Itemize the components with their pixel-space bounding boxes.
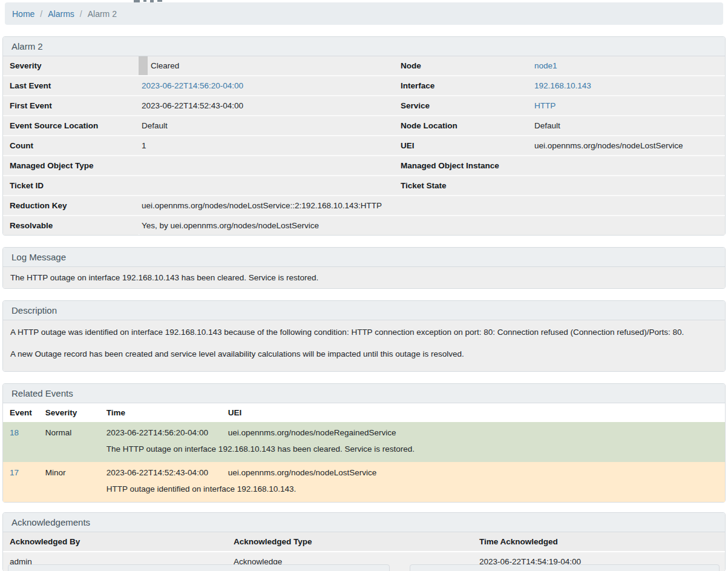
last-event-link[interactable]: 2023-06-22T14:56:20-04:00 xyxy=(142,81,243,90)
node-link[interactable]: node1 xyxy=(534,61,557,70)
acknowledgements-panel: Acknowledgements Acknowledged By Acknowl… xyxy=(2,512,726,571)
bottom-left-panel-header xyxy=(8,564,390,571)
ticket-id-value xyxy=(139,176,393,196)
table-row: Ticket ID Ticket State xyxy=(3,176,725,196)
event-severity: Normal xyxy=(39,422,100,441)
table-row: Resolvable Yes, by uei.opennms.org/nodes… xyxy=(3,216,725,235)
event-uei: uei.opennms.org/nodes/nodeRegainedServic… xyxy=(221,422,725,441)
event-source-location-value: Default xyxy=(139,116,393,136)
column-header: Event xyxy=(3,403,39,422)
acknowledgements-title: Acknowledgements xyxy=(3,513,725,532)
severity-value: Cleared xyxy=(148,56,393,76)
table-header-row: Acknowledged By Acknowledged Type Time A… xyxy=(3,532,725,552)
field-label: Reduction Key xyxy=(3,196,139,216)
event-row: 17 Minor 2023-06-22T14:52:43-04:00 uei.o… xyxy=(3,462,725,481)
log-message-panel: Log Message The HTTP outage on interface… xyxy=(2,247,726,289)
table-row: Managed Object Type Managed Object Insta… xyxy=(3,156,725,176)
breadcrumb-alarms-link[interactable]: Alarms xyxy=(48,9,74,19)
log-message-title: Log Message xyxy=(3,248,725,267)
count-value: 1 xyxy=(139,136,393,156)
breadcrumb: Home / Alarms / Alarm 2 xyxy=(5,2,723,25)
table-row: Severity Cleared Node node1 xyxy=(3,56,725,76)
node-location-value: Default xyxy=(531,116,725,136)
column-header: Time xyxy=(100,403,221,422)
first-event-value: 2023-06-22T14:52:43-04:00 xyxy=(139,96,393,116)
description-panel: Description A HTTP outage was identified… xyxy=(2,300,726,372)
breadcrumb-separator: / xyxy=(40,9,42,19)
field-label: Ticket ID xyxy=(3,176,139,196)
column-header: Acknowledged By xyxy=(3,532,227,552)
reduction-key-value: uei.opennms.org/nodes/nodeLostService::2… xyxy=(139,196,725,216)
column-header: Severity xyxy=(39,403,100,422)
ticket-state-value xyxy=(531,176,725,196)
table-row: Count 1 UEI uei.opennms.org/nodes/nodeLo… xyxy=(3,136,725,156)
managed-object-instance-value xyxy=(531,156,725,176)
log-message-text: The HTTP outage on interface 192.168.10.… xyxy=(3,267,725,288)
resolvable-value: Yes, by uei.opennms.org/nodes/nodeLostSe… xyxy=(139,216,725,235)
event-id-link[interactable]: 17 xyxy=(10,468,19,477)
interface-link[interactable]: 192.168.10.143 xyxy=(534,81,591,90)
alarm-panel-title: Alarm 2 xyxy=(3,37,725,56)
managed-object-type-value xyxy=(139,156,393,176)
field-label: First Event xyxy=(3,96,139,116)
field-label: Service xyxy=(393,96,531,116)
column-header: Time Acknowledged xyxy=(473,532,725,552)
breadcrumb-home-link[interactable]: Home xyxy=(12,9,34,19)
event-message-row: HTTP outage identified on interface 192.… xyxy=(3,481,725,502)
breadcrumb-current: Alarm 2 xyxy=(88,9,117,19)
event-message-row: The HTTP outage on interface 192.168.10.… xyxy=(3,441,725,462)
event-severity: Minor xyxy=(39,462,100,481)
event-time: 2023-06-22T14:52:43-04:00 xyxy=(100,462,221,481)
description-paragraph: A HTTP outage was identified on interfac… xyxy=(10,326,718,338)
field-label: Resolvable xyxy=(3,216,139,235)
alarm-detail-panel: Alarm 2 Severity Cleared Node node1 Last… xyxy=(2,36,726,236)
breadcrumb-separator: / xyxy=(80,9,82,19)
table-row: First Event 2023-06-22T14:52:43-04:00 Se… xyxy=(3,96,725,116)
table-header-row: Event Severity Time UEI xyxy=(3,403,725,422)
field-label: Count xyxy=(3,136,139,156)
event-row: 18 Normal 2023-06-22T14:56:20-04:00 uei.… xyxy=(3,422,725,441)
bottom-right-panel-header xyxy=(410,564,720,571)
field-label: Event Source Location xyxy=(3,116,139,136)
column-header: Acknowledged Type xyxy=(227,532,473,552)
field-label: Ticket State xyxy=(393,176,531,196)
related-events-table: Event Severity Time UEI 18 Normal 2023-0… xyxy=(3,403,725,502)
field-label: Managed Object Type xyxy=(3,156,139,176)
uei-value: uei.opennms.org/nodes/nodeLostService xyxy=(531,136,725,156)
description-title: Description xyxy=(3,301,725,320)
field-label: Interface xyxy=(393,76,531,96)
field-label: Node Location xyxy=(393,116,531,136)
table-row: Event Source Location Default Node Locat… xyxy=(3,116,725,136)
field-label: Severity xyxy=(3,56,139,76)
field-label: UEI xyxy=(393,136,531,156)
field-label: Node xyxy=(393,56,531,76)
event-message: The HTTP outage on interface 192.168.10.… xyxy=(100,441,725,462)
field-label: Last Event xyxy=(3,76,139,96)
service-link[interactable]: HTTP xyxy=(534,101,556,110)
clipped-navbar-artifact xyxy=(134,0,162,3)
severity-indicator xyxy=(139,56,148,76)
table-row: Last Event 2023-06-22T14:56:20-04:00 Int… xyxy=(3,76,725,96)
event-time: 2023-06-22T14:56:20-04:00 xyxy=(100,422,221,441)
field-label: Managed Object Instance xyxy=(393,156,531,176)
related-events-panel: Related Events Event Severity Time UEI 1… xyxy=(2,383,726,503)
alarm-detail-table: Severity Cleared Node node1 Last Event 2… xyxy=(3,56,725,235)
column-header: UEI xyxy=(221,403,725,422)
event-message: HTTP outage identified on interface 192.… xyxy=(100,481,725,502)
event-uei: uei.opennms.org/nodes/nodeLostService xyxy=(221,462,725,481)
related-events-title: Related Events xyxy=(3,384,725,403)
table-row: Reduction Key uei.opennms.org/nodes/node… xyxy=(3,196,725,216)
description-paragraph: A new Outage record has been created and… xyxy=(10,348,718,360)
event-id-link[interactable]: 18 xyxy=(10,428,19,437)
